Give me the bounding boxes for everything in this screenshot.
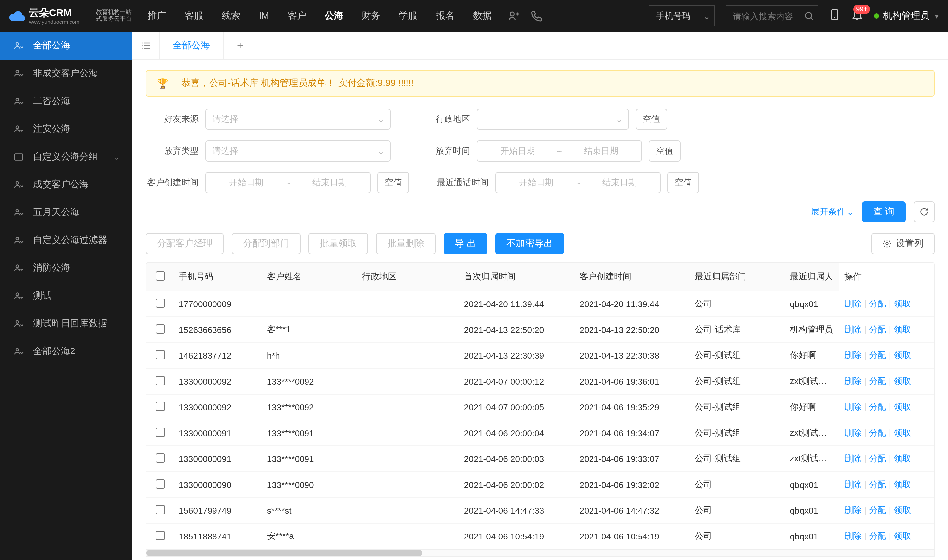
tab-add-icon[interactable]: + (224, 39, 257, 51)
announcement-banner: 🏆 恭喜，公司-话术库 机构管理员成单！ 实付金额:9.99 !!!!!! (146, 70, 935, 97)
row-claim-link[interactable]: 领取 (894, 531, 911, 541)
batch-delete-button[interactable]: 批量删除 (376, 233, 436, 254)
user-plus-icon[interactable] (508, 10, 519, 22)
logo[interactable]: 云朵CRM www.yunduocrm.com 教育机构一站 式服务云平台 (8, 7, 132, 25)
row-delete-link[interactable]: 删除 (844, 479, 862, 489)
row-claim-link[interactable]: 领取 (894, 350, 911, 360)
row-assign-link[interactable]: 分配 (869, 325, 886, 334)
row-claim-link[interactable]: 领取 (894, 325, 911, 334)
sidebar-item-9[interactable]: 测试 (0, 282, 132, 310)
sidebar-item-1[interactable]: 非成交客户公海 (0, 60, 132, 88)
row-assign-link[interactable]: 分配 (869, 531, 886, 541)
export-plain-button[interactable]: 不加密导出 (495, 233, 564, 254)
assign-manager-button[interactable]: 分配客户经理 (146, 233, 224, 254)
mobile-icon[interactable] (829, 9, 841, 23)
row-assign-link[interactable]: 分配 (869, 505, 886, 515)
sidebar-item-8[interactable]: 消防公海 (0, 254, 132, 282)
row-checkbox[interactable] (155, 505, 165, 514)
friend-source-select[interactable]: 请选择 (205, 109, 391, 130)
sidebar-item-label: 全部公海2 (33, 346, 75, 357)
row-delete-link[interactable]: 删除 (844, 325, 862, 334)
row-claim-link[interactable]: 领取 (894, 376, 911, 386)
row-assign-link[interactable]: 分配 (869, 350, 886, 360)
row-delete-link[interactable]: 删除 (844, 376, 862, 386)
row-checkbox[interactable] (155, 350, 165, 359)
row-claim-link[interactable]: 领取 (894, 479, 911, 489)
row-assign-link[interactable]: 分配 (869, 376, 886, 386)
phone-icon[interactable] (530, 10, 542, 22)
sidebar-item-6[interactable]: 五月天公海 (0, 198, 132, 226)
search-icon[interactable] (804, 11, 814, 21)
row-checkbox[interactable] (155, 427, 165, 437)
nav-item-9[interactable]: 数据 (470, 10, 494, 22)
cell-ops: 删除|分配|领取 (839, 368, 934, 394)
create-time-null-button[interactable]: 空值 (377, 172, 409, 193)
refresh-button[interactable] (914, 201, 935, 222)
search-button[interactable]: 查 询 (862, 201, 906, 222)
bell-icon[interactable]: 99+ (851, 9, 863, 23)
row-delete-link[interactable]: 删除 (844, 350, 862, 360)
abandon-time-range[interactable]: 开始日期~结束日期 (477, 140, 642, 162)
sidebar-item-0[interactable]: 全部公海 (0, 32, 132, 60)
row-delete-link[interactable]: 删除 (844, 298, 862, 308)
row-delete-link[interactable]: 删除 (844, 505, 862, 515)
row-claim-link[interactable]: 领取 (894, 505, 911, 515)
sidebar-item-11[interactable]: 全部公海2 (0, 338, 132, 365)
user-menu[interactable]: 机构管理员 ▼ (874, 10, 940, 22)
nav-item-7[interactable]: 学服 (396, 10, 420, 22)
row-claim-link[interactable]: 领取 (894, 402, 911, 412)
row-checkbox[interactable] (155, 453, 165, 462)
row-checkbox[interactable] (155, 531, 165, 540)
nav-item-4[interactable]: 客户 (285, 10, 309, 22)
nav-item-3[interactable]: IM (256, 10, 272, 22)
create-time-range[interactable]: 开始日期~结束日期 (205, 172, 371, 193)
row-assign-link[interactable]: 分配 (869, 454, 886, 463)
abandon-type-select[interactable]: 请选择 (205, 140, 391, 162)
sidebar-item-3[interactable]: 注安公海 (0, 115, 132, 143)
row-checkbox[interactable] (155, 402, 165, 411)
abandon-time-null-button[interactable]: 空值 (649, 140, 680, 162)
call-time-range[interactable]: 开始日期~结束日期 (495, 172, 661, 193)
row-assign-link[interactable]: 分配 (869, 298, 886, 308)
row-claim-link[interactable]: 领取 (894, 298, 911, 308)
row-delete-link[interactable]: 删除 (844, 428, 862, 437)
region-select[interactable] (477, 109, 629, 130)
row-assign-link[interactable]: 分配 (869, 479, 886, 489)
tab-active[interactable]: 全部公海 (160, 32, 224, 59)
batch-claim-button[interactable]: 批量领取 (308, 233, 368, 254)
sidebar-item-4[interactable]: 自定义公海分组⌄ (0, 143, 132, 171)
nav-item-5[interactable]: 公海 (322, 10, 346, 22)
sidebar-item-10[interactable]: 测试昨日回库数据 (0, 310, 132, 338)
row-delete-link[interactable]: 删除 (844, 402, 862, 412)
nav-item-1[interactable]: 客服 (182, 10, 206, 22)
tab-list-icon[interactable] (132, 32, 160, 59)
config-columns-button[interactable]: 设置列 (871, 233, 935, 254)
sidebar-item-5[interactable]: 成交客户公海 (0, 171, 132, 198)
svg-point-13 (16, 321, 18, 323)
nav-item-6[interactable]: 财务 (359, 10, 383, 22)
row-claim-link[interactable]: 领取 (894, 428, 911, 437)
nav-item-2[interactable]: 线索 (219, 10, 243, 22)
row-claim-link[interactable]: 领取 (894, 454, 911, 463)
row-checkbox[interactable] (155, 479, 165, 488)
row-delete-link[interactable]: 删除 (844, 531, 862, 541)
row-assign-link[interactable]: 分配 (869, 402, 886, 412)
user-icon (13, 40, 24, 51)
row-checkbox[interactable] (155, 375, 165, 385)
row-checkbox[interactable] (155, 324, 165, 333)
expand-filters-link[interactable]: 展开条件 ⌄ (811, 206, 854, 218)
nav-item-8[interactable]: 报名 (433, 10, 457, 22)
horizontal-scrollbar[interactable] (146, 549, 934, 556)
search-type-select[interactable]: 手机号码 (649, 5, 715, 26)
sidebar-item-2[interactable]: 二咨公海 (0, 88, 132, 115)
region-null-button[interactable]: 空值 (636, 109, 667, 130)
select-all-checkbox[interactable] (155, 271, 165, 280)
row-delete-link[interactable]: 删除 (844, 454, 862, 463)
row-checkbox[interactable] (155, 298, 165, 308)
nav-item-0[interactable]: 推广 (145, 10, 169, 22)
row-assign-link[interactable]: 分配 (869, 428, 886, 437)
sidebar-item-7[interactable]: 自定义公海过滤器 (0, 226, 132, 254)
export-button[interactable]: 导 出 (443, 233, 487, 254)
assign-dept-button[interactable]: 分配到部门 (232, 233, 300, 254)
call-time-null-button[interactable]: 空值 (667, 172, 699, 193)
